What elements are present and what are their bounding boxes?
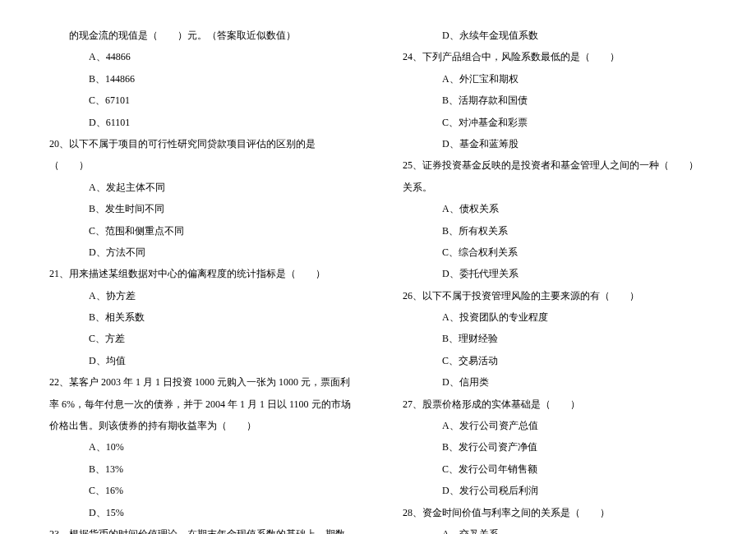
q25-option-b: B、所有权关系 — [403, 220, 707, 242]
q25-option-d: D、委托代理关系 — [403, 263, 707, 284]
q24-option-a: A、外汇宝和期权 — [403, 68, 707, 90]
q26-option-d: D、信用类 — [403, 371, 707, 393]
q20-option-c: C、范围和侧重点不同 — [49, 220, 353, 242]
q26-option-a: A、投资团队的专业程度 — [403, 306, 707, 328]
q25-text: 25、证券投资基金反映的是投资者和基金管理人之间的一种（ ）关系。 — [403, 154, 707, 198]
q20-text: 20、以下不属于项目的可行性研究同贷款项目评估的区别的是（ ） — [49, 133, 353, 177]
q19-option-d: D、61101 — [49, 112, 353, 133]
q20-option-b: B、发生时间不同 — [49, 198, 353, 219]
q20-option-d: D、方法不同 — [49, 242, 353, 263]
q21-option-c: C、方差 — [49, 328, 353, 349]
q24-option-d: D、基金和蓝筹股 — [403, 133, 707, 154]
right-column: D、永续年金现值系数 24、下列产品组合中，风险系数最低的是（ ） A、外汇宝和… — [403, 25, 707, 534]
q27-option-d: D、发行公司税后利润 — [403, 480, 707, 501]
q22-option-a: A、10% — [49, 436, 353, 458]
q22-option-d: D、15% — [49, 502, 353, 523]
q22-text: 22、某客户 2003 年 1 月 1 日投资 1000 元购入一张为 1000… — [49, 371, 353, 436]
q21-option-d: D、均值 — [49, 350, 353, 371]
q19-option-a: A、44866 — [49, 46, 353, 67]
q24-option-c: C、对冲基金和彩票 — [403, 112, 707, 133]
two-column-layout: 的现金流的现值是（ ）元。（答案取近似数值） A、44866 B、144866 … — [49, 25, 707, 534]
q27-text: 27、股票价格形成的实体基础是（ ） — [403, 394, 707, 415]
q28-option-a: A、交叉关系 — [403, 523, 707, 534]
q24-text: 24、下列产品组合中，风险系数最低的是（ ） — [403, 46, 707, 67]
q19-option-b: B、144866 — [49, 68, 353, 90]
q21-text: 21、用来描述某组数据对中心的偏离程度的统计指标是（ ） — [49, 263, 353, 284]
q26-option-c: C、交易活动 — [403, 350, 707, 371]
left-column: 的现金流的现值是（ ）元。（答案取近似数值） A、44866 B、144866 … — [49, 25, 353, 534]
q28-text: 28、资金时间价值与利率之间的关系是（ ） — [403, 502, 707, 523]
q24-option-b: B、活期存款和国债 — [403, 90, 707, 111]
q26-text: 26、以下不属于投资管理风险的主要来源的有（ ） — [403, 285, 707, 306]
q21-option-a: A、协方差 — [49, 285, 353, 306]
q27-option-a: A、发行公司资产总值 — [403, 415, 707, 436]
q19-continuation: 的现金流的现值是（ ）元。（答案取近似数值） — [49, 25, 353, 46]
q22-option-b: B、13% — [49, 458, 353, 480]
q25-option-a: A、债权关系 — [403, 198, 707, 219]
q23-text: 23、根据货币的时间价值理论，在期末年金现值系数的基础上，期数减 1，系数加 1… — [49, 523, 353, 534]
q25-option-c: C、综合权利关系 — [403, 242, 707, 263]
q20-option-a: A、发起主体不同 — [49, 177, 353, 198]
q27-option-c: C、发行公司年销售额 — [403, 458, 707, 480]
q21-option-b: B、相关系数 — [49, 306, 353, 328]
q19-option-c: C、67101 — [49, 90, 353, 111]
q26-option-b: B、理财经验 — [403, 328, 707, 349]
q22-option-c: C、16% — [49, 480, 353, 501]
q23-option-d: D、永续年金现值系数 — [403, 25, 707, 46]
q27-option-b: B、发行公司资产净值 — [403, 436, 707, 458]
